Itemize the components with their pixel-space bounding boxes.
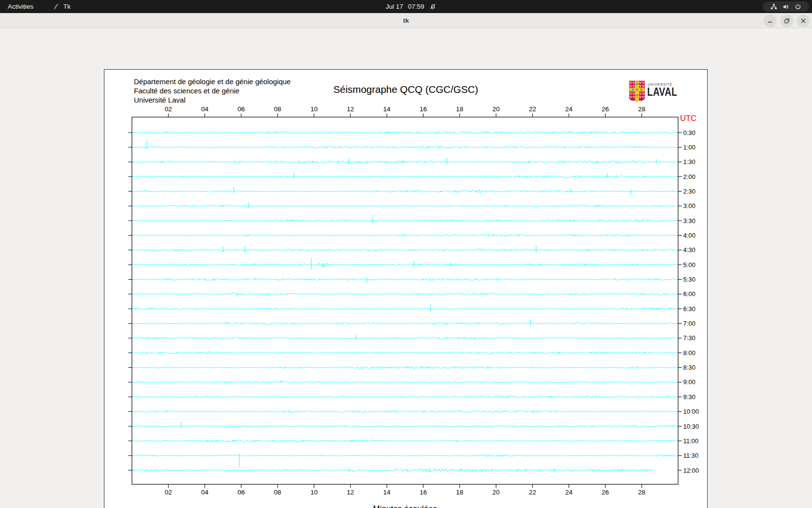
activities-button[interactable]: Activities (8, 0, 33, 13)
utc-row-label: 6:00 (683, 290, 696, 298)
tk-window-body: Département de géologie et de génie géol… (0, 28, 812, 508)
seismogram-trace (132, 205, 678, 207)
utc-row-label: 0:30 (683, 129, 696, 136)
utc-row-label: 3:00 (683, 202, 696, 209)
seismogram-trace (132, 366, 678, 369)
top-axis-tick-label: 26 (602, 105, 609, 113)
utc-row-label: 3:30 (683, 217, 696, 224)
window-titlebar: tk (0, 13, 812, 28)
seismogram-trace (132, 425, 678, 427)
tk-app-label: Tk (63, 3, 71, 10)
utc-row-label: 4:00 (683, 232, 696, 239)
seismograph-panel: Département de géologie et de génie géol… (104, 69, 708, 508)
tk-feather-icon (53, 3, 60, 10)
seismogram-trace (132, 396, 678, 398)
bottom-axis-tick-label: 06 (237, 489, 245, 496)
activities-label: Activities (8, 3, 33, 10)
seismogram-trace (132, 161, 678, 164)
seismograph-plot: 0202040406060808101012121414161618182020… (104, 70, 707, 508)
utc-row-label: 2:30 (683, 188, 696, 195)
seismogram-trace (132, 132, 678, 134)
top-axis-tick-label: 28 (638, 105, 645, 113)
power-icon (795, 3, 801, 10)
desktop: { "topbar": { "activities": "Activities"… (0, 0, 812, 508)
top-axis-tick-label: 02 (165, 105, 172, 113)
utc-row-label: 9:30 (683, 393, 696, 401)
seismogram-trace (132, 176, 678, 178)
seismogram-trace (132, 278, 678, 281)
utc-row-label: 7:30 (683, 334, 696, 342)
top-axis-tick-label: 06 (237, 105, 245, 113)
clock-date: Jul 17 (386, 3, 403, 10)
seismogram-trace (132, 468, 653, 472)
utc-row-label: 8:30 (683, 364, 696, 371)
seismogram-trace (132, 146, 678, 149)
top-axis-tick-label: 16 (420, 105, 427, 113)
bottom-axis-tick-label: 12 (347, 489, 354, 496)
quick-settings-button[interactable] (763, 1, 809, 12)
minimize-button[interactable] (764, 15, 776, 27)
utc-row-label: 6:30 (683, 305, 696, 313)
bottom-axis-tick-label: 10 (310, 489, 318, 496)
seismogram-trace (132, 352, 678, 354)
utc-row-label: 9:00 (683, 378, 696, 386)
seismogram-trace (132, 263, 678, 267)
tk-app-menu[interactable]: Tk (53, 0, 71, 13)
bottom-axis-tick-label: 28 (638, 489, 645, 496)
bottom-axis-tick-label: 24 (565, 489, 573, 496)
clock-button[interactable]: Jul 17 07:59 (386, 0, 436, 13)
seismogram-trace (132, 455, 678, 457)
bottom-axis-tick-label: 14 (383, 489, 391, 496)
seismogram-trace (132, 337, 678, 340)
seismogram-trace (132, 322, 678, 325)
network-wired-icon (770, 3, 777, 10)
utc-row-label: 8:00 (683, 349, 696, 357)
seismogram-trace (132, 308, 678, 310)
utc-row-label: 10:30 (683, 423, 699, 430)
bottom-axis-tick-label: 02 (165, 489, 172, 496)
bottom-axis-tick-label: 20 (493, 489, 500, 496)
bottom-axis-tick-label: 18 (456, 489, 463, 496)
notifications-muted-icon (429, 3, 436, 10)
seismogram-trace (132, 220, 678, 222)
gnome-top-bar: Activities Tk Jul 17 07:59 (0, 0, 812, 13)
window-title: tk (0, 13, 812, 28)
utc-axis-label: UTC (680, 114, 696, 122)
top-axis-tick-label: 14 (383, 105, 391, 113)
seismogram-trace (132, 440, 678, 442)
seismogram-trace (132, 190, 678, 193)
utc-row-label: 11:30 (683, 452, 699, 459)
bottom-axis-tick-label: 16 (420, 489, 427, 496)
seismogram-trace (132, 381, 678, 383)
utc-row-label: 5:00 (683, 261, 696, 269)
top-axis-tick-label: 24 (565, 105, 573, 113)
maximize-button[interactable] (781, 15, 793, 27)
top-axis-tick-label: 20 (493, 105, 500, 113)
utc-row-label: 12:00 (683, 467, 699, 474)
bottom-axis-tick-label: 04 (201, 489, 209, 496)
utc-row-label: 11:00 (683, 437, 699, 445)
close-button[interactable] (797, 15, 810, 27)
bottom-axis-tick-label: 22 (529, 489, 536, 496)
seismogram-trace (132, 249, 678, 252)
utc-row-label: 10:00 (683, 408, 699, 415)
utc-row-label: 1:00 (683, 144, 696, 151)
utc-row-label: 5:30 (683, 276, 696, 283)
volume-icon (783, 3, 789, 10)
seismogram-trace (132, 234, 678, 237)
x-axis-title: Minutes écoulées (373, 504, 437, 508)
top-axis-tick-label: 08 (274, 105, 281, 113)
plot-border (132, 117, 678, 484)
seismogram-trace (132, 293, 678, 296)
seismogram-trace (132, 410, 678, 413)
utc-row-label: 4:30 (683, 246, 696, 254)
bottom-axis-tick-label: 08 (274, 489, 281, 496)
clock-time: 07:59 (408, 3, 424, 10)
utc-row-label: 7:00 (683, 320, 696, 327)
top-axis-tick-label: 12 (347, 105, 354, 113)
top-axis-tick-label: 10 (310, 105, 318, 113)
utc-row-label: 2:00 (683, 173, 696, 180)
bottom-axis-tick-label: 26 (602, 489, 609, 496)
top-axis-tick-label: 04 (201, 105, 209, 113)
utc-row-label: 1:30 (683, 158, 696, 165)
